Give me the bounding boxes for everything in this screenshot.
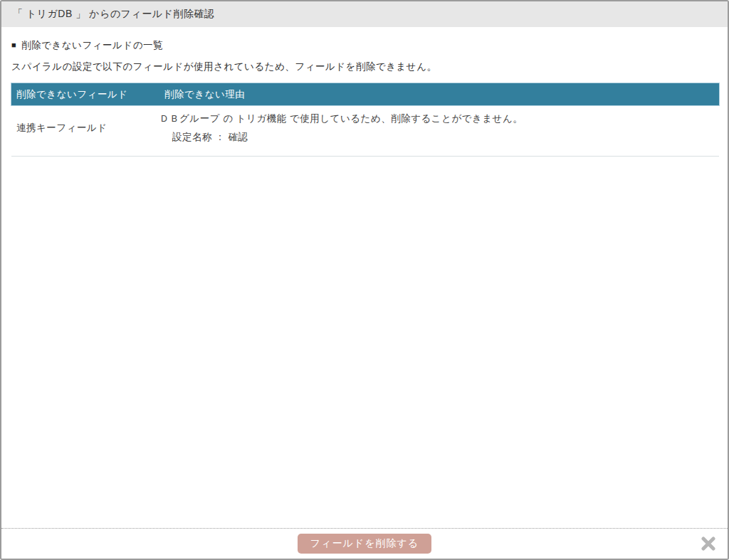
- square-bullet-icon: ■: [11, 41, 16, 49]
- column-header-field: 削除できないフィールド: [11, 83, 159, 105]
- dialog-title: 「 トリガDB 」 からのフィールド削除確認: [13, 8, 214, 21]
- reason-cell: ＤＢグループ の トリガ機能 で使用しているため、削除することができません。 設…: [159, 105, 719, 157]
- dialog-footer: フィールドを削除する: [1, 528, 728, 559]
- undeletable-fields-table: 削除できないフィールド 削除できない理由 連携キーフィールド ＤＢグループ の …: [11, 83, 719, 157]
- field-delete-confirm-dialog: 「 トリガDB 」 からのフィールド削除確認 ■削除できないフィールドの一覧 ス…: [0, 0, 729, 560]
- section-heading: ■削除できないフィールドの一覧: [11, 39, 719, 52]
- dialog-titlebar: 「 トリガDB 」 からのフィールド削除確認: [1, 1, 728, 27]
- section-heading-label: 削除できないフィールドの一覧: [21, 40, 163, 51]
- close-icon[interactable]: [699, 534, 718, 553]
- column-header-reason: 削除できない理由: [159, 83, 719, 105]
- table-header-row: 削除できないフィールド 削除できない理由: [11, 83, 719, 105]
- table-row: 連携キーフィールド ＤＢグループ の トリガ機能 で使用しているため、削除するこ…: [11, 105, 719, 157]
- setting-name-text: 設定名称 ： 確認: [172, 130, 719, 144]
- dialog-content: ■削除できないフィールドの一覧 スパイラルの設定で以下のフィールドが使用されてい…: [1, 39, 728, 157]
- field-name-cell: 連携キーフィールド: [11, 105, 159, 157]
- description-text: スパイラルの設定で以下のフィールドが使用されているため、フィールドを削除できませ…: [11, 60, 719, 73]
- reason-text: ＤＢグループ の トリガ機能 で使用しているため、削除することができません。: [159, 112, 719, 126]
- delete-field-button[interactable]: フィールドを削除する: [298, 534, 431, 554]
